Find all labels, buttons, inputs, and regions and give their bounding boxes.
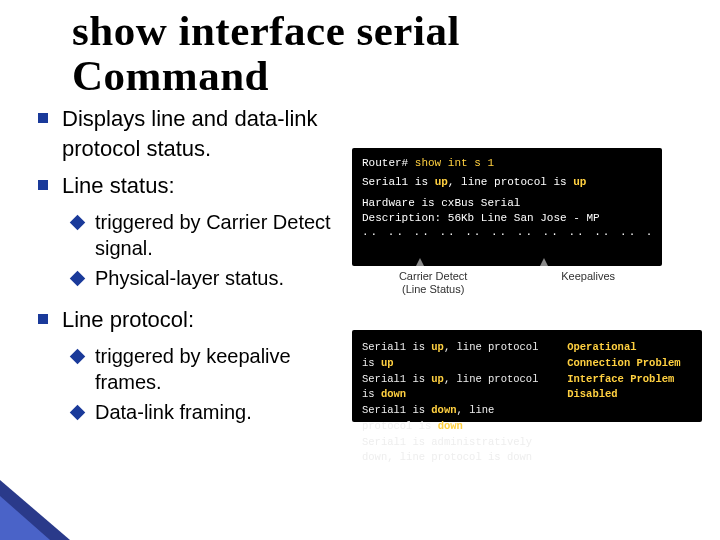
bullet-1-text: Displays line and data-link protocol sta…	[62, 104, 338, 163]
status-row: Serial1 is up, line protocol is down	[362, 372, 549, 404]
bullet-3a: triggered by keepalive frames.	[72, 343, 338, 395]
bullet-3b: Data-link framing.	[72, 399, 338, 425]
terminal-line-3: Description: 56Kb Line San Jose - MP	[362, 211, 652, 226]
diamond-bullet-icon	[70, 348, 86, 364]
meaning-row: Disabled	[567, 387, 692, 403]
status-row: Serial1 is up, line protocol is up	[362, 340, 549, 372]
bullet-3: Line protocol:	[38, 305, 338, 335]
square-bullet-icon	[38, 180, 48, 190]
terminal-line-1: Serial1 is up, line protocol is up	[362, 175, 652, 190]
callout-carrier-detect: Carrier Detect (Line Status)	[399, 270, 467, 295]
bullet-2b-text: Physical-layer status.	[95, 265, 284, 291]
diamond-bullet-icon	[70, 404, 86, 420]
square-bullet-icon	[38, 314, 48, 324]
bullet-2a-text: triggered by Carrier Detect signal.	[95, 209, 338, 261]
meaning-row: Operational	[567, 340, 692, 356]
bullet-2: Line status:	[38, 171, 338, 201]
bullet-3b-text: Data-link framing.	[95, 399, 252, 425]
callout-arrow-icon	[416, 258, 424, 266]
terminal-prompt-line: Router# show int s 1	[362, 156, 652, 171]
status-row: Serial1 is down, line protocol is down	[362, 403, 549, 435]
prompt-cmd: show int s 1	[408, 157, 494, 169]
bullet-2a: triggered by Carrier Detect signal.	[72, 209, 338, 261]
meaning-row: Connection Problem	[567, 356, 692, 372]
meaning-row: Interface Problem	[567, 372, 692, 388]
square-bullet-icon	[38, 113, 48, 123]
diamond-bullet-icon	[70, 215, 86, 231]
title-line-2: Command	[72, 52, 269, 99]
status-lines-column: Serial1 is up, line protocol is up Seria…	[362, 340, 549, 412]
bullet-3a-text: triggered by keepalive frames.	[95, 343, 338, 395]
terminal-output-2: Serial1 is up, line protocol is up Seria…	[352, 330, 702, 422]
callout-labels: Carrier Detect (Line Status) Keepalives	[352, 270, 662, 295]
bullet-2b: Physical-layer status.	[72, 265, 338, 291]
status-meaning-column: Operational Connection Problem Interface…	[567, 340, 692, 412]
bullet-1: Displays line and data-link protocol sta…	[38, 104, 338, 163]
bullet-3-text: Line protocol:	[62, 305, 194, 335]
callout-keepalives: Keepalives	[561, 270, 615, 295]
status-row: Serial1 is administratively down, line p…	[362, 435, 549, 467]
terminal-output-1: Router# show int s 1 Serial1 is up, line…	[352, 148, 662, 266]
terminal-dots: .. .. .. .. .. .. .. .. .. .. .. .. .. .…	[362, 225, 652, 240]
terminal-line-2: Hardware is cxBus Serial	[362, 196, 652, 211]
bullet-content: Displays line and data-link protocol sta…	[38, 104, 338, 429]
diamond-bullet-icon	[70, 271, 86, 287]
bullet-2-text: Line status:	[62, 171, 175, 201]
slide-title: show interface serial Command	[72, 8, 460, 98]
title-line-1: show interface serial	[72, 7, 460, 54]
callout-arrow-icon	[540, 258, 548, 266]
corner-accent-light	[0, 496, 50, 540]
prompt-host: Router#	[362, 157, 408, 169]
